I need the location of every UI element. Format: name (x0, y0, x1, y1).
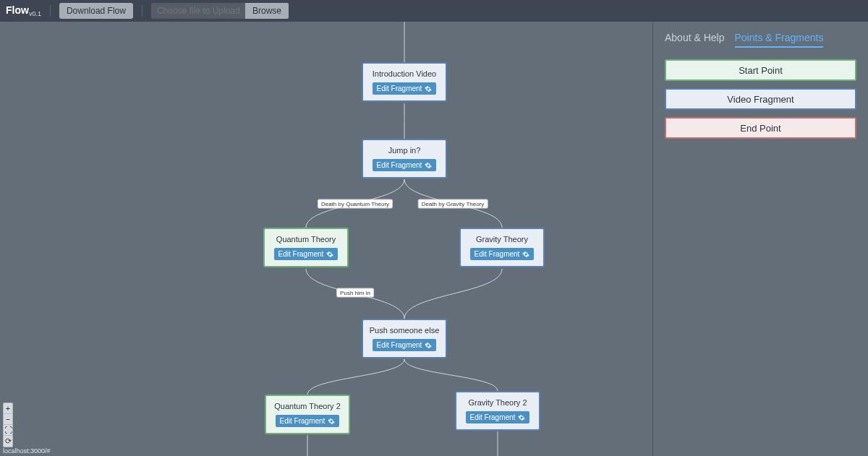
sidebar-tabs: About & HelpPoints & Fragments (665, 32, 856, 48)
node-title: Gravity Theory (476, 235, 528, 244)
edit-fragment-button[interactable]: Edit Fragment (466, 411, 530, 423)
node-title: Push someone else (370, 326, 440, 335)
download-flow-button[interactable]: Download Flow (59, 3, 133, 19)
node-gtheory2[interactable]: Gravity Theory 2Edit Fragment (455, 391, 540, 431)
palette-start-point[interactable]: Start Point (665, 59, 856, 81)
file-upload-group: Browse (151, 3, 289, 19)
fit-screen-button[interactable]: ⛶ (4, 425, 12, 436)
node-gtheory[interactable]: Gravity TheoryEdit Fragment (459, 228, 545, 267)
node-qtheory[interactable]: Quantum TheoryEdit Fragment (263, 228, 349, 267)
tab-points-fragments[interactable]: Points & Fragments (735, 32, 824, 48)
logo-text: Flow (6, 4, 29, 16)
zoom-in-button[interactable]: + (4, 403, 12, 414)
edit-fragment-button[interactable]: Edit Fragment (470, 248, 535, 260)
node-title: Gravity Theory 2 (468, 398, 527, 407)
divider (50, 5, 51, 17)
edit-fragment-button[interactable]: Edit Fragment (373, 339, 437, 351)
status-bar: localhost:3000/# (0, 446, 54, 456)
node-title: Quantum Theory 2 (274, 402, 341, 410)
node-jump[interactable]: Jump in?Edit Fragment (362, 139, 447, 178)
node-title: Quantum Theory (276, 235, 336, 244)
edge-label[interactable]: Push him in (336, 288, 374, 298)
zoom-out-button[interactable]: − (4, 414, 12, 425)
edit-fragment-button[interactable]: Edit Fragment (373, 159, 437, 171)
browse-button[interactable]: Browse (245, 3, 289, 19)
edit-fragment-button[interactable]: Edit Fragment (373, 82, 437, 95)
flow-canvas[interactable]: Death by Quantum TheoryDeath by Gravity … (0, 22, 651, 456)
node-push[interactable]: Push someone elseEdit Fragment (362, 319, 447, 358)
file-upload-input[interactable] (151, 3, 245, 19)
sidebar: About & HelpPoints & Fragments Start Poi… (652, 22, 868, 456)
version-text: v0.1 (29, 10, 41, 17)
edit-fragment-button[interactable]: Edit Fragment (276, 415, 340, 427)
app-logo: Flowv0.1 (6, 4, 41, 18)
edge-label[interactable]: Death by Gravity Theory (418, 199, 488, 209)
tab-about-help[interactable]: About & Help (665, 32, 725, 48)
node-title: Jump in? (388, 146, 421, 155)
palette-end-point[interactable]: End Point (665, 117, 856, 139)
divider (142, 5, 142, 17)
header: Flowv0.1 Download Flow Browse (0, 0, 868, 22)
node-title: Introduction Video (373, 69, 436, 78)
edge-label[interactable]: Death by Quantum Theory (318, 199, 393, 209)
palette-video-fragment[interactable]: Video Fragment (665, 88, 856, 110)
node-qtheory2[interactable]: Quantum Theory 2Edit Fragment (265, 395, 350, 434)
edit-fragment-button[interactable]: Edit Fragment (274, 248, 339, 260)
zoom-panel: +−⛶⟳ (3, 403, 13, 447)
reset-button[interactable]: ⟳ (4, 436, 12, 447)
node-intro[interactable]: Introduction VideoEdit Fragment (362, 62, 447, 102)
